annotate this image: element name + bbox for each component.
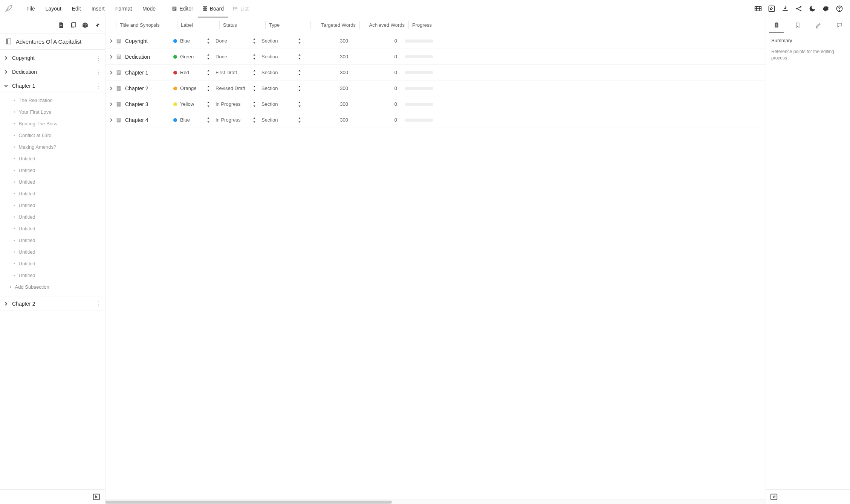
tree-sub-item[interactable]: Your First Love [0, 106, 105, 118]
table-row[interactable]: Chapter 2OrangeRevised DraftSection3000 [105, 81, 766, 96]
download-icon[interactable] [781, 5, 789, 12]
tree-sub-item[interactable]: Making Amends? [0, 141, 105, 153]
view-tab-editor[interactable]: Editor [167, 3, 198, 15]
help-icon[interactable] [836, 5, 843, 12]
project-title-row[interactable]: Adventures Of A Capitalist [0, 33, 105, 50]
menu-insert[interactable]: Insert [86, 3, 110, 15]
status-select[interactable]: In Progress [216, 117, 261, 123]
select-arrows-icon[interactable] [252, 102, 256, 107]
column-header[interactable]: Type [265, 22, 310, 28]
status-select[interactable]: Done [216, 38, 261, 44]
type-select[interactable]: Section [261, 70, 307, 75]
status-select[interactable]: Done [216, 54, 261, 59]
label-select[interactable]: Yellow [173, 101, 216, 107]
tree-item-menu-icon[interactable]: ⋮ [95, 300, 101, 308]
chevron-right-icon[interactable] [109, 118, 113, 122]
cube-icon[interactable] [82, 22, 89, 29]
pin-icon[interactable] [94, 22, 101, 29]
column-header[interactable]: Achieved Words [359, 22, 408, 28]
settings-icon[interactable] [822, 5, 830, 12]
select-arrows-icon[interactable] [252, 70, 256, 75]
tree-sub-item[interactable]: Untitled [0, 234, 105, 246]
menu-edit[interactable]: Edit [67, 3, 86, 15]
table-row[interactable]: CopyrightBlueDoneSection3000 [105, 33, 766, 49]
collapse-right-icon[interactable] [770, 493, 778, 501]
tree-sub-item[interactable]: Untitled [0, 211, 105, 223]
new-doc-icon[interactable] [58, 22, 64, 29]
label-select[interactable]: Red [173, 70, 216, 75]
tab-comments[interactable] [829, 17, 850, 33]
tab-bookmark[interactable] [787, 17, 808, 33]
select-arrows-icon[interactable] [252, 38, 256, 44]
menu-layout[interactable]: Layout [40, 3, 67, 15]
tree-sub-item[interactable]: Untitled [0, 153, 105, 164]
status-select[interactable]: Revised Draft [216, 85, 261, 91]
tree-item-menu-icon[interactable]: ⋮ [95, 55, 101, 62]
chevron-right-icon[interactable] [109, 39, 113, 43]
tree-sub-item[interactable]: Untitled [0, 176, 105, 188]
tree-sub-item[interactable]: The Realization [0, 94, 105, 106]
status-select[interactable]: First Draft [216, 70, 261, 75]
column-header[interactable]: Status [219, 22, 265, 28]
column-header[interactable]: Progress [408, 22, 457, 28]
type-select[interactable]: Section [261, 117, 307, 123]
type-select[interactable]: Section [261, 54, 307, 59]
tree-sub-item[interactable]: Untitled [0, 258, 105, 270]
chevron-right-icon[interactable] [109, 55, 113, 59]
select-arrows-icon[interactable] [206, 70, 210, 75]
select-arrows-icon[interactable] [298, 54, 301, 59]
tree-sub-item[interactable]: Untitled [0, 188, 105, 199]
view-tab-board[interactable]: Board [198, 3, 228, 15]
share-icon[interactable] [795, 5, 803, 12]
menu-mode[interactable]: Mode [137, 3, 161, 15]
tree-sub-item[interactable]: Beating The Boss [0, 118, 105, 129]
tree-sub-item[interactable]: Untitled [0, 246, 105, 258]
type-select[interactable]: Section [261, 38, 307, 44]
select-arrows-icon[interactable] [298, 70, 301, 75]
tab-highlight[interactable] [808, 17, 829, 33]
tree-item[interactable]: Dedication⋮ [0, 65, 105, 79]
horizontal-scrollbar[interactable] [105, 499, 766, 504]
tree-item-menu-icon[interactable]: ⋮ [95, 82, 101, 90]
chevron-right-icon[interactable] [109, 102, 113, 106]
menu-format[interactable]: Format [110, 3, 137, 15]
label-select[interactable]: Blue [173, 38, 216, 44]
select-arrows-icon[interactable] [252, 54, 256, 59]
label-select[interactable]: Orange [173, 85, 216, 91]
tab-summary[interactable] [766, 17, 787, 33]
table-row[interactable]: Chapter 3YellowIn ProgressSection3000 [105, 96, 766, 112]
select-arrows-icon[interactable] [298, 86, 301, 91]
label-select[interactable]: Blue [173, 117, 216, 123]
select-arrows-icon[interactable] [298, 102, 301, 107]
tree-item[interactable]: Copyright⋮ [0, 51, 105, 65]
tree-sub-item[interactable]: Untitled [0, 223, 105, 234]
select-arrows-icon[interactable] [206, 117, 210, 123]
label-select[interactable]: Green [173, 54, 216, 59]
select-arrows-icon[interactable] [298, 38, 301, 44]
tree-item-menu-icon[interactable]: ⋮ [95, 69, 101, 76]
add-subsection-button[interactable]: Add Subsection [0, 281, 105, 293]
column-header[interactable]: Label [177, 22, 219, 28]
tree-sub-item[interactable]: Untitled [0, 164, 105, 176]
tree-item[interactable]: Chapter 2⋮ [0, 297, 105, 311]
chevron-right-icon[interactable] [109, 87, 113, 90]
chevron-right-icon[interactable] [109, 71, 113, 75]
tree-item[interactable]: Chapter 1⋮ [0, 79, 105, 93]
type-select[interactable]: Section [261, 85, 307, 91]
table-row[interactable]: Chapter 1RedFirst DraftSection3000 [105, 65, 766, 81]
tree-sub-item[interactable]: Conflict at 63rd [0, 129, 105, 141]
video-icon[interactable] [754, 5, 762, 12]
column-header[interactable]: Targeted Words [310, 22, 359, 28]
collapse-left-icon[interactable] [92, 493, 101, 501]
column-header[interactable]: Title and Synopsis [116, 22, 177, 28]
select-arrows-icon[interactable] [206, 38, 210, 44]
select-arrows-icon[interactable] [206, 54, 210, 59]
menu-file[interactable]: File [21, 3, 40, 15]
select-arrows-icon[interactable] [206, 86, 210, 91]
copy-doc-icon[interactable] [70, 22, 76, 29]
select-arrows-icon[interactable] [252, 117, 256, 123]
dark-mode-icon[interactable] [809, 5, 816, 12]
compose-icon[interactable] [768, 5, 775, 12]
table-row[interactable]: Chapter 4BlueIn ProgressSection3000 [105, 112, 766, 128]
tree-sub-item[interactable]: Untitled [0, 270, 105, 281]
